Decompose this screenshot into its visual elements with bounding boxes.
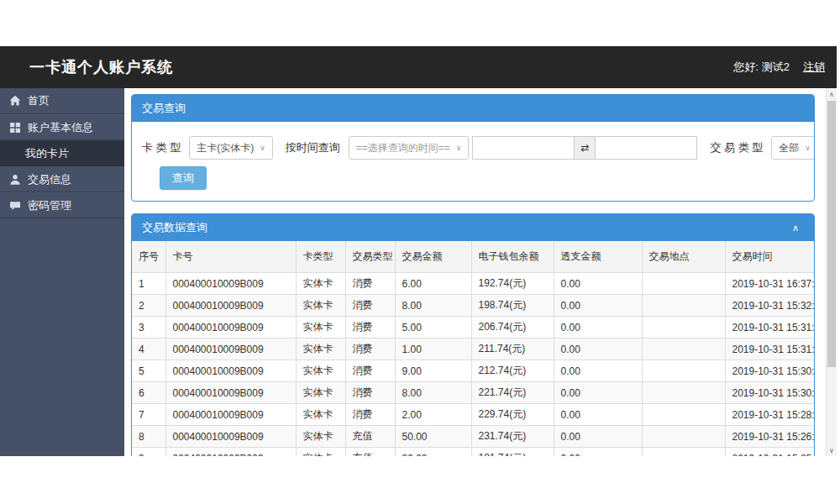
table-cell: 0.00	[554, 426, 642, 448]
table-cell: 消费	[345, 295, 395, 317]
search-button[interactable]: 查询	[160, 166, 207, 190]
trans-type-select[interactable]: 全部 ∨	[771, 136, 815, 160]
table-cell: 192.74(元)	[471, 273, 554, 295]
card-type-select[interactable]: 主卡(实体卡) ∨	[189, 136, 273, 160]
date-to-input[interactable]	[595, 136, 697, 160]
table-cell: 实体卡	[296, 360, 345, 382]
sidebar-item-label: 我的卡片	[25, 146, 69, 161]
table-cell: 消费	[345, 273, 395, 295]
table-header-row: 序号 卡号 卡类型 交易类型 交易金额 电子钱包余额 透支金额 交易地点 交易时…	[132, 241, 814, 273]
sidebar-item-label: 密码管理	[28, 198, 71, 213]
table-cell: 2019-10-31 15:31:20	[725, 317, 814, 339]
top-header-bar: 一卡通个人账户系统 您好: 测试2 注销	[0, 46, 837, 88]
table-cell: 2019-10-31 16:37:44	[725, 273, 814, 295]
card-type-label: 卡 类 型	[142, 140, 181, 155]
table-cell: 2019-10-31 15:30:50	[725, 360, 814, 382]
logout-link[interactable]: 注销	[803, 60, 825, 75]
table-cell: 0.00	[554, 295, 642, 317]
table-cell: 8.00	[395, 382, 471, 404]
sidebar-item-password[interactable]: 密码管理	[0, 192, 124, 218]
table-cell: 000400010009B009	[165, 448, 296, 457]
table-row: 2000400010009B009实体卡消费8.00198.74(元)0.002…	[132, 295, 814, 317]
query-panel-body: 卡 类 型 主卡(实体卡) ∨ 按时间查询 ==选择查询的时间== ∨	[132, 122, 814, 201]
table-cell: 实体卡	[296, 448, 345, 457]
table-cell	[642, 382, 725, 404]
scrollbar-down-arrow-icon[interactable]: ∨	[827, 444, 837, 456]
query-form-row: 卡 类 型 主卡(实体卡) ∨ 按时间查询 ==选择查询的时间== ∨	[142, 136, 804, 160]
table-cell: 消费	[345, 360, 395, 382]
sidebar: 首页 账户基本信息 我的卡片 交易信息	[0, 88, 124, 456]
table-cell	[642, 317, 725, 339]
table-cell: 0.00	[554, 339, 642, 360]
chevron-down-icon: ∨	[260, 144, 265, 152]
col-card-number: 卡号	[165, 241, 296, 273]
app-window: 一卡通个人账户系统 您好: 测试2 注销 首页	[0, 46, 837, 456]
table-cell	[642, 360, 725, 382]
table-cell: 000400010009B009	[165, 339, 296, 360]
table-cell: 221.74(元)	[471, 382, 554, 404]
table-cell: 实体卡	[296, 382, 345, 404]
table-cell: 000400010009B009	[165, 404, 296, 426]
user-icon	[8, 173, 21, 186]
collapse-chevron-icon[interactable]: ∧	[792, 223, 799, 233]
table-cell: 000400010009B009	[165, 426, 296, 448]
sidebar-item-my-cards[interactable]: 我的卡片	[0, 140, 124, 166]
scrollbar-thumb[interactable]	[827, 101, 836, 367]
table-cell: 181.74(元)	[471, 448, 554, 457]
table-cell: 2019-10-31 15:28:52	[725, 404, 814, 426]
query-panel: 交易查询 卡 类 型 主卡(实体卡) ∨ 按时间查询 ==选择查询的时间==	[131, 94, 815, 202]
table-cell	[642, 339, 725, 360]
table-cell: 充值	[345, 426, 395, 448]
table-cell	[642, 426, 725, 448]
comment-icon	[8, 199, 21, 212]
table-cell: 实体卡	[296, 404, 345, 426]
table-cell: 8.00	[395, 295, 471, 317]
table-cell: 实体卡	[296, 317, 345, 339]
table-cell: 9	[132, 448, 165, 457]
table-cell: 30.00	[395, 448, 471, 457]
main-content: 交易查询 卡 类 型 主卡(实体卡) ∨ 按时间查询 ==选择查询的时间==	[124, 88, 826, 456]
table-cell: 1	[132, 273, 165, 295]
table-cell: 229.74(元)	[471, 404, 554, 426]
time-mode-select[interactable]: ==选择查询的时间== ∨	[349, 136, 470, 160]
table-cell: 198.74(元)	[471, 295, 554, 317]
table-cell: 0.00	[554, 360, 642, 382]
username: 测试2	[762, 60, 790, 75]
table-cell: 5	[132, 360, 165, 382]
col-time: 交易时间	[725, 241, 814, 273]
table-row: 5000400010009B009实体卡消费9.00212.74(元)0.002…	[132, 360, 814, 382]
table-cell: 212.74(元)	[471, 360, 554, 382]
table-row: 4000400010009B009实体卡消费1.00211.74(元)0.002…	[132, 339, 814, 360]
table-cell: 2019-10-31 15:26:38	[725, 426, 814, 448]
table-cell: 消费	[345, 339, 395, 360]
table-cell: 2.00	[395, 404, 471, 426]
table-cell: 6	[132, 382, 165, 404]
scrollbar-up-arrow-icon[interactable]: ∧	[827, 88, 837, 100]
page-scrollbar[interactable]: ∧ ∨	[826, 88, 837, 456]
chevron-down-icon: ∨	[456, 144, 462, 152]
table-cell: 2019-10-31 15:30:21	[725, 382, 814, 404]
sidebar-item-account-info[interactable]: 账户基本信息	[0, 114, 124, 140]
table-cell: 000400010009B009	[165, 317, 296, 339]
table-cell: 000400010009B009	[165, 382, 296, 404]
table-cell: 充值	[345, 448, 395, 457]
data-panel: 交易数据查询 ∧ 序号 卡号 卡类型	[131, 213, 815, 456]
table-cell: 0.00	[554, 273, 642, 295]
table-cell: 5.00	[395, 317, 471, 339]
date-from-input[interactable]	[472, 136, 575, 160]
range-arrows-icon: ⇄	[575, 136, 595, 160]
table-cell: 7	[132, 404, 165, 426]
sidebar-item-label: 账户基本信息	[28, 120, 93, 135]
trans-type-label: 交 易 类 型	[710, 140, 763, 155]
screenshot-canvas: 一卡通个人账户系统 您好: 测试2 注销 首页	[0, 0, 840, 504]
sidebar-item-transactions[interactable]: 交易信息	[0, 166, 124, 192]
table-cell: 2019-10-31 15:32:34	[725, 295, 814, 317]
sidebar-item-label: 首页	[28, 93, 50, 108]
col-amount: 交易金额	[395, 241, 471, 273]
table-cell: 实体卡	[296, 295, 345, 317]
sidebar-item-home[interactable]: 首页	[0, 88, 124, 114]
time-query-label: 按时间查询	[286, 140, 340, 155]
table-cell: 实体卡	[296, 273, 345, 295]
table-cell: 231.74(元)	[471, 426, 554, 448]
table-cell: 206.74(元)	[471, 317, 554, 339]
